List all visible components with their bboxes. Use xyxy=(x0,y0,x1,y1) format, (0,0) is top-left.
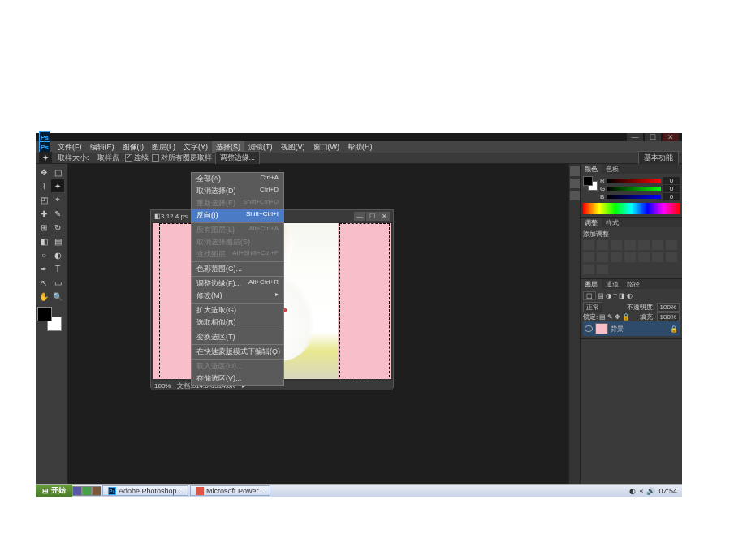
lock-icon[interactable]: 🔒 xyxy=(622,313,630,321)
exposure-icon[interactable] xyxy=(624,240,636,250)
lock-icon[interactable]: ✎ xyxy=(607,313,613,321)
all-layers-check[interactable]: 对所有图层取样 xyxy=(152,153,212,163)
menu-item[interactable]: 选取相似(R) xyxy=(192,317,283,329)
channel-mixer-icon[interactable] xyxy=(611,252,622,262)
menu-view[interactable]: 视图(V) xyxy=(277,141,309,153)
filter-icon[interactable]: ◐ xyxy=(627,292,633,299)
r-slider[interactable] xyxy=(607,179,661,183)
threshold-icon[interactable] xyxy=(652,252,663,262)
quicklaunch-ie-icon[interactable] xyxy=(72,486,82,496)
menu-item[interactable]: 修改(M)▸ xyxy=(192,290,283,302)
sample-value[interactable]: 取样点 xyxy=(95,153,122,163)
eyedropper-tool[interactable]: ⌖ xyxy=(51,193,64,206)
tray-icon[interactable]: ◐ xyxy=(629,487,636,495)
tab-color[interactable]: 颜色 xyxy=(581,164,602,174)
invert-icon[interactable] xyxy=(624,252,636,262)
menu-image[interactable]: 图像(I) xyxy=(119,141,149,153)
healing-tool[interactable]: ✚ xyxy=(37,207,50,220)
history-brush-tool[interactable]: ↻ xyxy=(51,221,64,234)
minimize-button[interactable]: — xyxy=(627,133,643,141)
b-slider[interactable] xyxy=(607,195,661,199)
blur-tool[interactable]: ○ xyxy=(37,248,50,261)
filter-kind[interactable]: ◫ xyxy=(583,291,596,300)
tray-icon[interactable]: « xyxy=(639,487,643,495)
filter-icon[interactable]: ▤ xyxy=(598,292,604,299)
posterize-icon[interactable] xyxy=(638,252,650,262)
g-value[interactable]: 0 xyxy=(663,185,680,192)
filter-icon[interactable]: ◑ xyxy=(606,292,611,299)
menu-item[interactable]: 变换选区(T) xyxy=(192,331,283,343)
quicklaunch-explorer-icon[interactable] xyxy=(92,486,101,496)
blend-mode[interactable]: 正常 xyxy=(583,302,602,312)
tab-styles[interactable]: 样式 xyxy=(602,218,623,227)
maximize-button[interactable]: ☐ xyxy=(645,133,661,141)
taskbar-task-photoshop[interactable]: Ps Adobe Photoshop... xyxy=(102,485,188,496)
color-spectrum[interactable] xyxy=(583,203,680,214)
zoom-level[interactable]: 100% xyxy=(154,382,171,390)
opacity-value[interactable]: 100% xyxy=(657,303,680,312)
menu-item[interactable]: 取消选择(D)Ctrl+D xyxy=(192,185,283,197)
hue-icon[interactable] xyxy=(652,240,663,250)
lasso-tool[interactable]: ⌇ xyxy=(37,179,50,192)
menu-type[interactable]: 文字(Y) xyxy=(179,141,212,153)
bw-icon[interactable] xyxy=(583,252,594,262)
close-button[interactable]: ✕ xyxy=(663,133,679,141)
taskbar-task-powerpoint[interactable]: Microsoft Power... xyxy=(190,485,270,496)
lookup-icon[interactable] xyxy=(597,265,608,274)
menu-item[interactable]: 反向(I)Shift+Ctrl+I xyxy=(192,209,283,222)
lock-icon[interactable]: ✥ xyxy=(615,313,620,321)
r-value[interactable]: 0 xyxy=(663,177,680,184)
fg-color[interactable] xyxy=(37,307,52,321)
tab-channels[interactable]: 通道 xyxy=(602,279,623,289)
quicklaunch-desktop-icon[interactable] xyxy=(82,486,92,496)
menu-item[interactable]: 存储选区(V)... xyxy=(192,373,283,385)
zoom-tool[interactable]: 🔍 xyxy=(51,290,64,303)
clock[interactable]: 07:54 xyxy=(658,487,677,495)
brightness-icon[interactable] xyxy=(583,240,594,250)
layer-thumbnail[interactable] xyxy=(595,323,608,334)
menu-item[interactable]: 调整边缘(F)...Alt+Ctrl+R xyxy=(192,278,283,290)
panel-strip-icon[interactable] xyxy=(570,179,580,188)
tray-icon[interactable]: 🔊 xyxy=(646,487,655,495)
menu-item[interactable]: 扩大选取(G) xyxy=(192,304,283,317)
tab-swatches[interactable]: 色板 xyxy=(602,164,623,174)
gradient-tool[interactable]: ▤ xyxy=(51,235,64,248)
filter-icon[interactable]: T xyxy=(613,292,617,299)
curves-icon[interactable] xyxy=(611,240,622,250)
refine-edge-button[interactable]: 调整边缘... xyxy=(215,151,261,165)
layer-item-background[interactable]: 背景 🔒 xyxy=(583,321,680,336)
start-button[interactable]: ⊞ 开始 xyxy=(36,485,72,497)
eraser-tool[interactable]: ◧ xyxy=(37,235,50,248)
filter-icon[interactable]: ◨ xyxy=(619,292,625,299)
g-slider[interactable] xyxy=(607,187,661,191)
crop-tool[interactable]: ◰ xyxy=(37,193,50,206)
menu-file[interactable]: 文件(F) xyxy=(54,141,86,153)
fill-value[interactable]: 100% xyxy=(657,312,680,321)
menu-item[interactable]: 在快速蒙版模式下编辑(Q) xyxy=(192,346,283,358)
workspace-essential-button[interactable]: 基本功能 xyxy=(638,151,679,165)
doc-close-button[interactable]: ✕ xyxy=(378,212,390,221)
contiguous-check[interactable]: 连续 xyxy=(125,153,149,163)
marquee-tool[interactable]: ◫ xyxy=(51,166,64,179)
menu-edit[interactable]: 编辑(E) xyxy=(86,141,119,153)
stamp-tool[interactable]: ⊞ xyxy=(37,221,50,234)
fg-bg-swatch[interactable] xyxy=(37,307,62,331)
brush-tool[interactable]: ✎ xyxy=(51,207,64,220)
tab-adjustments[interactable]: 调整 xyxy=(581,218,602,227)
vibrance-icon[interactable] xyxy=(638,240,650,250)
menu-item[interactable]: 色彩范围(C)... xyxy=(192,263,283,275)
panel-strip-icon[interactable] xyxy=(570,191,580,200)
menu-item[interactable]: 全部(A)Ctrl+A xyxy=(192,173,283,185)
b-value[interactable]: 0 xyxy=(663,193,680,200)
fg-swatch[interactable] xyxy=(583,176,593,186)
menu-layer[interactable]: 图层(L) xyxy=(148,141,179,153)
hand-tool[interactable]: ✋ xyxy=(37,290,50,303)
menu-window[interactable]: 窗口(W) xyxy=(309,141,344,153)
color-balance-icon[interactable] xyxy=(666,240,677,250)
photo-filter-icon[interactable] xyxy=(597,252,608,262)
move-tool[interactable]: ✥ xyxy=(37,166,50,179)
shape-tool[interactable]: ▭ xyxy=(51,276,64,289)
levels-icon[interactable] xyxy=(597,240,608,250)
doc-max-button[interactable]: ☐ xyxy=(366,212,378,221)
panel-strip-icon[interactable] xyxy=(570,166,580,176)
